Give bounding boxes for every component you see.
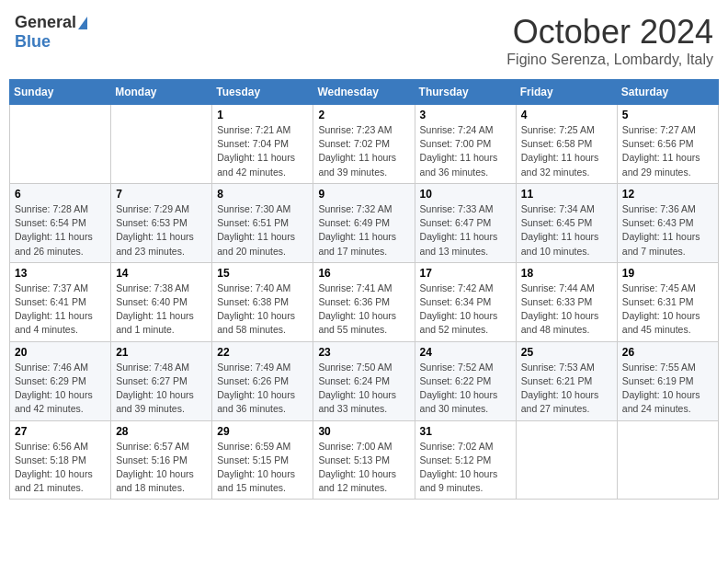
day-info: Sunrise: 7:42 AM Sunset: 6:34 PM Dayligh…: [420, 282, 511, 338]
calendar-cell: 2Sunrise: 7:23 AM Sunset: 7:02 PM Daylig…: [313, 105, 415, 184]
calendar-day-header: Sunday: [10, 80, 111, 105]
day-info: Sunrise: 7:33 AM Sunset: 6:47 PM Dayligh…: [420, 202, 511, 259]
calendar-cell: 18Sunrise: 7:44 AM Sunset: 6:33 PM Dayli…: [516, 262, 617, 341]
logo-blue-text: Blue: [15, 32, 51, 52]
day-number: 4: [521, 109, 612, 121]
day-info: Sunrise: 7:37 AM Sunset: 6:41 PM Dayligh…: [15, 282, 106, 338]
calendar-cell: 10Sunrise: 7:33 AM Sunset: 6:47 PM Dayli…: [415, 183, 516, 262]
day-info: Sunrise: 7:44 AM Sunset: 6:33 PM Dayligh…: [521, 282, 612, 338]
day-info: Sunrise: 7:29 AM Sunset: 6:53 PM Dayligh…: [116, 202, 207, 259]
calendar-day-header: Monday: [111, 80, 212, 105]
day-info: Sunrise: 7:30 AM Sunset: 6:51 PM Dayligh…: [217, 202, 308, 259]
day-number: 29: [217, 425, 308, 438]
day-info: Sunrise: 7:40 AM Sunset: 6:38 PM Dayligh…: [217, 282, 308, 338]
calendar-day-header: Saturday: [617, 80, 718, 105]
day-info: Sunrise: 7:25 AM Sunset: 6:58 PM Dayligh…: [521, 123, 612, 179]
day-number: 20: [15, 346, 106, 359]
day-number: 18: [521, 267, 612, 280]
calendar-cell: 9Sunrise: 7:32 AM Sunset: 6:49 PM Daylig…: [313, 183, 415, 262]
calendar-cell: 23Sunrise: 7:50 AM Sunset: 6:24 PM Dayli…: [313, 341, 415, 420]
location-title: Figino Serenza, Lombardy, Italy: [506, 52, 713, 68]
day-number: 25: [521, 346, 612, 359]
day-info: Sunrise: 7:38 AM Sunset: 6:40 PM Dayligh…: [116, 282, 207, 338]
calendar-cell: 16Sunrise: 7:41 AM Sunset: 6:36 PM Dayli…: [313, 262, 415, 341]
day-info: Sunrise: 7:28 AM Sunset: 6:54 PM Dayligh…: [15, 202, 106, 259]
day-number: 9: [318, 188, 409, 201]
day-info: Sunrise: 7:41 AM Sunset: 6:36 PM Dayligh…: [318, 282, 409, 338]
day-info: Sunrise: 7:46 AM Sunset: 6:29 PM Dayligh…: [15, 361, 106, 417]
day-info: Sunrise: 7:45 AM Sunset: 6:31 PM Dayligh…: [622, 282, 713, 338]
day-number: 14: [116, 267, 207, 280]
day-info: Sunrise: 7:55 AM Sunset: 6:19 PM Dayligh…: [622, 361, 713, 417]
calendar-cell: 27Sunrise: 6:56 AM Sunset: 5:18 PM Dayli…: [10, 420, 111, 500]
calendar-week-row: 1Sunrise: 7:21 AM Sunset: 7:04 PM Daylig…: [10, 105, 719, 184]
calendar-day-header: Wednesday: [313, 80, 415, 105]
calendar-week-row: 20Sunrise: 7:46 AM Sunset: 6:29 PM Dayli…: [10, 341, 719, 420]
day-info: Sunrise: 7:00 AM Sunset: 5:13 PM Dayligh…: [318, 440, 409, 496]
day-number: 26: [622, 346, 713, 359]
calendar-cell: 8Sunrise: 7:30 AM Sunset: 6:51 PM Daylig…: [212, 183, 313, 262]
calendar-cell: 20Sunrise: 7:46 AM Sunset: 6:29 PM Dayli…: [10, 341, 111, 420]
day-info: Sunrise: 7:36 AM Sunset: 6:43 PM Dayligh…: [622, 202, 713, 259]
calendar-cell: 19Sunrise: 7:45 AM Sunset: 6:31 PM Dayli…: [617, 262, 718, 341]
day-info: Sunrise: 7:02 AM Sunset: 5:12 PM Dayligh…: [420, 440, 511, 496]
day-info: Sunrise: 7:34 AM Sunset: 6:45 PM Dayligh…: [521, 202, 612, 259]
day-info: Sunrise: 7:24 AM Sunset: 7:00 PM Dayligh…: [420, 123, 511, 179]
calendar-day-header: Friday: [516, 80, 617, 105]
day-number: 8: [217, 188, 308, 201]
day-number: 3: [420, 109, 511, 121]
calendar-cell: 26Sunrise: 7:55 AM Sunset: 6:19 PM Dayli…: [617, 341, 718, 420]
day-number: 11: [521, 188, 612, 201]
calendar-cell: 31Sunrise: 7:02 AM Sunset: 5:12 PM Dayli…: [415, 420, 516, 500]
page-header: General Blue October 2024 Figino Serenza…: [9, 9, 719, 72]
day-info: Sunrise: 7:53 AM Sunset: 6:21 PM Dayligh…: [521, 361, 612, 417]
day-number: 6: [15, 188, 106, 201]
calendar-cell: 12Sunrise: 7:36 AM Sunset: 6:43 PM Dayli…: [617, 183, 718, 262]
day-number: 30: [318, 425, 409, 438]
day-number: 21: [116, 346, 207, 359]
calendar-cell: 13Sunrise: 7:37 AM Sunset: 6:41 PM Dayli…: [10, 262, 111, 341]
day-number: 1: [217, 109, 308, 121]
logo-triangle-icon: [78, 17, 87, 29]
day-info: Sunrise: 7:32 AM Sunset: 6:49 PM Dayligh…: [318, 202, 409, 259]
calendar-cell: 30Sunrise: 7:00 AM Sunset: 5:13 PM Dayli…: [313, 420, 415, 500]
logo: General Blue: [15, 13, 87, 52]
calendar-header-row: SundayMondayTuesdayWednesdayThursdayFrid…: [10, 80, 719, 105]
day-number: 2: [318, 109, 409, 121]
calendar-cell: 25Sunrise: 7:53 AM Sunset: 6:21 PM Dayli…: [516, 341, 617, 420]
calendar-day-header: Tuesday: [212, 80, 313, 105]
calendar-week-row: 27Sunrise: 6:56 AM Sunset: 5:18 PM Dayli…: [10, 420, 719, 500]
calendar-cell: 24Sunrise: 7:52 AM Sunset: 6:22 PM Dayli…: [415, 341, 516, 420]
day-info: Sunrise: 7:48 AM Sunset: 6:27 PM Dayligh…: [116, 361, 207, 417]
day-number: 31: [420, 425, 511, 438]
day-number: 12: [622, 188, 713, 201]
day-info: Sunrise: 7:50 AM Sunset: 6:24 PM Dayligh…: [318, 361, 409, 417]
calendar-cell: 4Sunrise: 7:25 AM Sunset: 6:58 PM Daylig…: [516, 105, 617, 184]
calendar-cell: [617, 420, 718, 500]
calendar-cell: [10, 105, 111, 184]
day-info: Sunrise: 6:56 AM Sunset: 5:18 PM Dayligh…: [15, 440, 106, 496]
month-title: October 2024: [506, 13, 713, 52]
day-number: 7: [116, 188, 207, 201]
day-info: Sunrise: 7:52 AM Sunset: 6:22 PM Dayligh…: [420, 361, 511, 417]
day-info: Sunrise: 6:57 AM Sunset: 5:16 PM Dayligh…: [116, 440, 207, 496]
day-number: 24: [420, 346, 511, 359]
calendar-cell: 22Sunrise: 7:49 AM Sunset: 6:26 PM Dayli…: [212, 341, 313, 420]
calendar-week-row: 13Sunrise: 7:37 AM Sunset: 6:41 PM Dayli…: [10, 262, 719, 341]
day-number: 5: [622, 109, 713, 121]
day-number: 22: [217, 346, 308, 359]
day-info: Sunrise: 7:23 AM Sunset: 7:02 PM Dayligh…: [318, 123, 409, 179]
title-section: October 2024 Figino Serenza, Lombardy, I…: [506, 13, 713, 68]
calendar-cell: 5Sunrise: 7:27 AM Sunset: 6:56 PM Daylig…: [617, 105, 718, 184]
day-number: 23: [318, 346, 409, 359]
day-number: 17: [420, 267, 511, 280]
day-info: Sunrise: 7:21 AM Sunset: 7:04 PM Dayligh…: [217, 123, 308, 179]
day-number: 13: [15, 267, 106, 280]
calendar-cell: [111, 105, 212, 184]
calendar-cell: 29Sunrise: 6:59 AM Sunset: 5:15 PM Dayli…: [212, 420, 313, 500]
day-number: 10: [420, 188, 511, 201]
day-number: 15: [217, 267, 308, 280]
day-number: 27: [15, 425, 106, 438]
calendar-cell: 17Sunrise: 7:42 AM Sunset: 6:34 PM Dayli…: [415, 262, 516, 341]
calendar-cell: 15Sunrise: 7:40 AM Sunset: 6:38 PM Dayli…: [212, 262, 313, 341]
